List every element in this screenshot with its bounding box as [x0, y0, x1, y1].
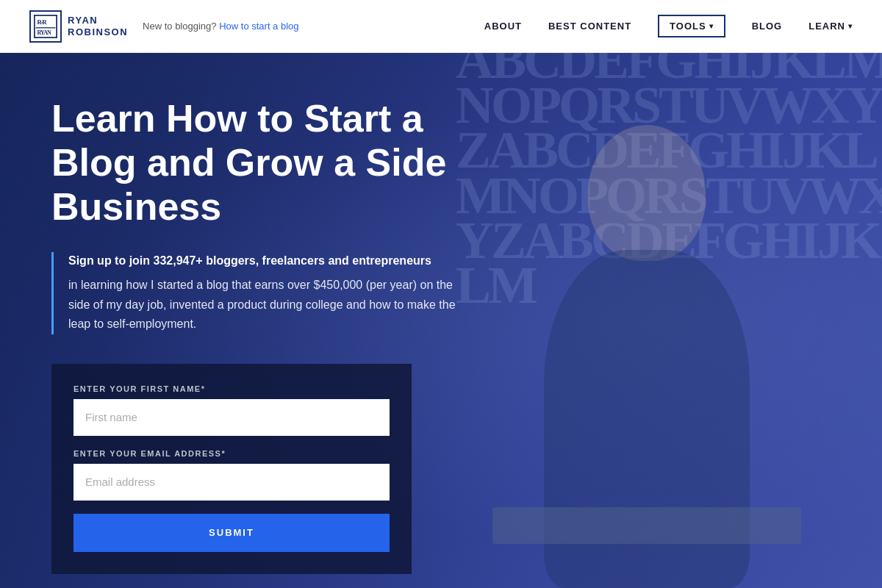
tools-chevron-icon: ▾	[709, 22, 714, 30]
nav-blog[interactable]: BLOG	[752, 21, 783, 32]
header-tagline: New to blogging? How to start a blog	[143, 21, 298, 32]
nav-tools[interactable]: TOOLS ▾	[658, 15, 725, 37]
site-header: R·R RYAN RYAN ROBINSON New to blogging? …	[0, 0, 882, 53]
hero-title: Learn How to Start a Blog and Grow a Sid…	[51, 97, 478, 229]
logo-icon: R·R RYAN	[29, 10, 62, 43]
logo-text: RYAN ROBINSON	[68, 15, 128, 37]
signup-form-box: ENTER YOUR FIRST NAME* ENTER YOUR EMAIL …	[51, 364, 412, 574]
hero-description-bold: Sign up to join 332,947+ bloggers, freel…	[68, 252, 463, 270]
main-nav: ABOUT BEST CONTENT TOOLS ▾ BLOG LEARN ▾	[484, 15, 853, 37]
first-name-label: ENTER YOUR FIRST NAME*	[74, 384, 390, 393]
learn-chevron-icon: ▾	[848, 22, 853, 30]
nav-learn[interactable]: LEARN ▾	[808, 21, 853, 32]
hero-description-body: in learning how I started a blog that ea…	[68, 276, 463, 334]
nav-about[interactable]: ABOUT	[484, 21, 522, 32]
hero-description: Sign up to join 332,947+ bloggers, freel…	[51, 252, 463, 334]
email-label: ENTER YOUR EMAIL ADDRESS*	[74, 449, 390, 458]
hero-content: Learn How to Start a Blog and Grow a Sid…	[0, 53, 882, 588]
hero-section: ABCDEFGHIJKLMNOPQRSTUVWXYZABCDEFGHIJKLMN…	[0, 53, 882, 588]
logo[interactable]: R·R RYAN RYAN ROBINSON	[29, 10, 128, 43]
svg-text:R·R: R·R	[37, 18, 47, 26]
svg-text:RYAN: RYAN	[37, 29, 51, 35]
first-name-input[interactable]	[74, 399, 390, 436]
submit-button[interactable]: SUBMIT	[74, 514, 390, 552]
tagline-link[interactable]: How to start a blog	[219, 21, 298, 32]
header-left: R·R RYAN RYAN ROBINSON New to blogging? …	[29, 10, 299, 43]
email-input[interactable]	[74, 464, 390, 501]
nav-best-content[interactable]: BEST CONTENT	[548, 21, 631, 32]
